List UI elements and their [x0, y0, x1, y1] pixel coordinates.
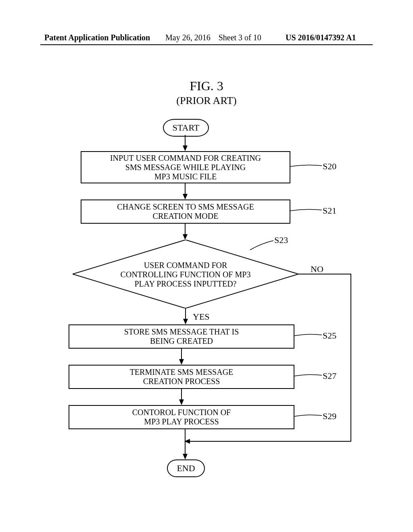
step-s27: TERMINATE SMS MESSAGE CREATION PROCESS: [69, 365, 294, 389]
start-label: START: [173, 120, 200, 136]
step-s29-text: CONTOROL FUNCTION OF MP3 PLAY PROCESS: [132, 408, 231, 426]
step-s21-label: S21: [323, 206, 336, 216]
header-mid: May 26, 2016 Sheet 3 of 10: [165, 33, 261, 42]
header-right: US 2016/0147392 A1: [286, 33, 356, 42]
step-s27-label: S27: [323, 371, 336, 381]
header-left: Patent Application Publication: [44, 33, 150, 42]
step-s21-text: CHANGE SCREEN TO SMS MESSAGE CREATION MO…: [117, 202, 254, 221]
step-s20-text: INPUT USER COMMAND FOR CREATING SMS MESS…: [110, 154, 261, 181]
step-s20-label: S20: [323, 161, 336, 172]
step-s29: CONTOROL FUNCTION OF MP3 PLAY PROCESS: [69, 405, 294, 429]
header-rule: [40, 44, 373, 45]
step-s25-text: STORE SMS MESSAGE THAT IS BEING CREATED: [124, 327, 239, 346]
step-s25-label: S25: [323, 330, 336, 341]
figure-subtitle: (PRIOR ART): [0, 95, 413, 107]
decision-yes-label: YES: [193, 312, 210, 322]
end-terminator: END: [167, 459, 205, 477]
figure-title: FIG. 3: [0, 79, 413, 94]
step-s20: INPUT USER COMMAND FOR CREATING SMS MESS…: [81, 151, 290, 183]
decision-s23-label: S23: [274, 235, 288, 245]
decision-s23: USER COMMAND FOR CONTROLLING FUNCTION OF…: [73, 240, 298, 308]
header-sheet: Sheet 3 of 10: [219, 33, 261, 42]
step-s21: CHANGE SCREEN TO SMS MESSAGE CREATION MO…: [81, 200, 290, 224]
decision-s23-text: USER COMMAND FOR CONTROLLING FUNCTION OF…: [73, 261, 298, 289]
start-terminator: START: [163, 119, 209, 137]
flowchart: START INPUT USER COMMAND FOR CREATING SM…: [0, 115, 413, 518]
step-s29-label: S29: [323, 411, 336, 422]
decision-no-label: NO: [311, 264, 323, 274]
step-s27-text: TERMINATE SMS MESSAGE CREATION PROCESS: [130, 368, 234, 386]
header-date: May 26, 2016: [165, 33, 211, 42]
step-s25: STORE SMS MESSAGE THAT IS BEING CREATED: [69, 324, 294, 349]
end-label: END: [177, 460, 195, 476]
